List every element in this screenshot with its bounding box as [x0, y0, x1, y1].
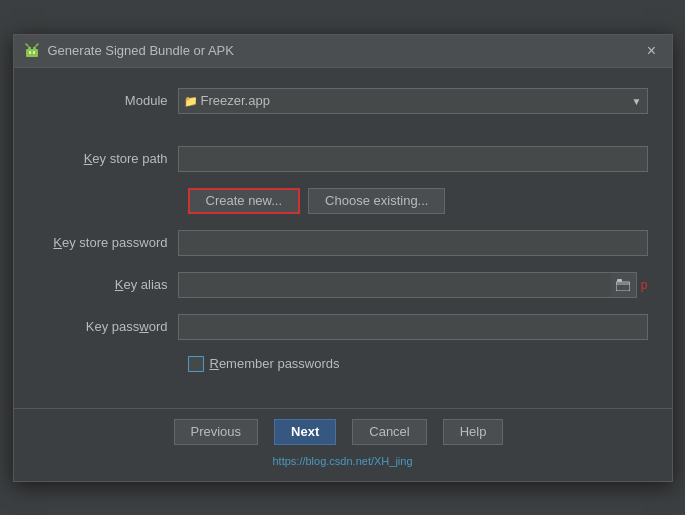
module-select-wrapper: 📁 Freezer.app ▼	[178, 88, 648, 114]
svg-line-3	[26, 44, 28, 46]
key-alias-label: Key alias	[38, 277, 178, 292]
remember-checkbox[interactable]	[188, 356, 204, 372]
keystore-path-label: Key store path	[38, 151, 178, 166]
svg-rect-7	[616, 282, 630, 291]
close-button[interactable]: ×	[642, 41, 662, 61]
remember-checkbox-label[interactable]: Remember passwords	[188, 356, 340, 372]
svg-rect-5	[29, 51, 31, 54]
key-password-input[interactable]	[178, 314, 648, 340]
keystore-path-input[interactable]	[178, 146, 648, 172]
choose-existing-button[interactable]: Choose existing...	[308, 188, 445, 214]
remember-row: Remember passwords	[38, 356, 648, 372]
key-password-row: Key password	[38, 314, 648, 340]
keystore-password-row: Key store password	[38, 230, 648, 256]
title-bar: Generate Signed Bundle or APK ×	[14, 35, 672, 68]
svg-line-4	[36, 44, 38, 46]
key-alias-wrapper	[178, 272, 637, 298]
keystore-password-input[interactable]	[178, 230, 648, 256]
svg-rect-6	[33, 51, 35, 54]
help-button[interactable]: Help	[443, 419, 504, 445]
dialog-title: Generate Signed Bundle or APK	[48, 43, 642, 58]
remember-label: Remember passwords	[210, 356, 340, 371]
generate-signed-dialog: Generate Signed Bundle or APK × Module 📁…	[13, 34, 673, 482]
create-new-button[interactable]: Create new...	[188, 188, 301, 214]
keystore-buttons-row: Create new... Choose existing...	[38, 188, 648, 214]
svg-point-1	[28, 46, 31, 49]
module-row: Module 📁 Freezer.app ▼	[38, 88, 648, 114]
key-alias-input[interactable]	[178, 272, 637, 298]
module-select[interactable]: Freezer.app	[178, 88, 648, 114]
cancel-button[interactable]: Cancel	[352, 419, 426, 445]
keystore-path-row: Key store path	[38, 146, 648, 172]
module-label: Module	[38, 93, 178, 108]
key-alias-indicator: p	[641, 278, 648, 292]
key-alias-row: Key alias p	[38, 272, 648, 298]
svg-point-2	[33, 46, 36, 49]
android-icon	[24, 43, 40, 59]
previous-button[interactable]: Previous	[174, 419, 259, 445]
next-button[interactable]: Next	[274, 419, 336, 445]
key-password-label: Key password	[38, 319, 178, 334]
svg-rect-8	[617, 279, 622, 282]
dialog-footer: Previous Next Cancel Help https://blog.c…	[14, 408, 672, 481]
key-alias-browse-button[interactable]	[611, 272, 637, 298]
footer-link[interactable]: https://blog.csdn.net/XH_jing	[272, 455, 412, 467]
svg-rect-0	[26, 49, 38, 57]
dialog-content: Module 📁 Freezer.app ▼ Key store path Cr…	[14, 68, 672, 408]
footer-buttons: Previous Next Cancel Help	[174, 419, 512, 445]
keystore-password-label: Key store password	[38, 235, 178, 250]
